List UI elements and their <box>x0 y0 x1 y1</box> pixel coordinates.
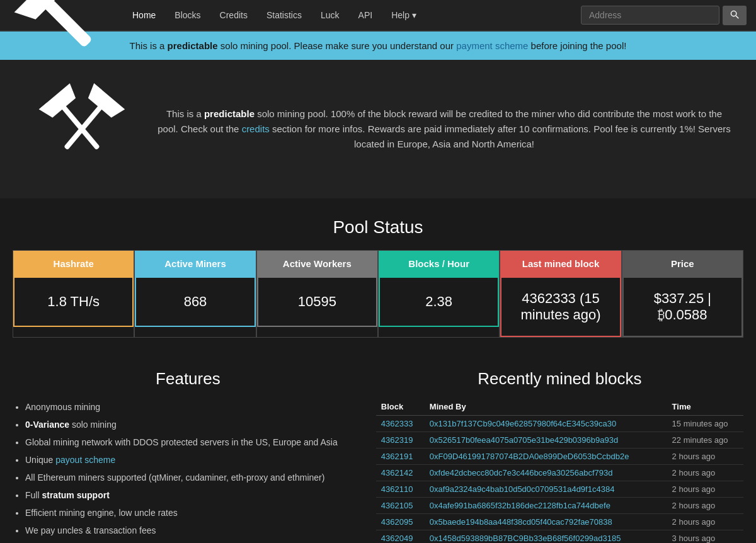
block-number: 4362105 <box>376 498 425 514</box>
hero-section: This is a predictable solo mining pool. … <box>0 60 756 198</box>
nav-credits[interactable]: Credits <box>210 1 257 30</box>
search-bar <box>581 6 747 25</box>
hashrate-label: Hashrate <box>13 251 134 277</box>
svg-point-2 <box>731 11 736 16</box>
hero-icon <box>25 79 139 180</box>
block-link[interactable]: 4362142 <box>381 468 413 477</box>
miner-link[interactable]: 0x1458d593889bB87BC9Bb33eB68f56f0299ad31… <box>430 534 621 543</box>
pool-status-section: Pool Status Hashrate 1.8 TH/s Active Min… <box>0 198 756 357</box>
table-row: 4362191 0xF09D461991787074B2DA0e899DeD60… <box>376 449 743 465</box>
block-time: 3 hours ago <box>667 530 743 544</box>
block-number: 4362095 <box>376 514 425 530</box>
block-link[interactable]: 4362105 <box>381 501 413 510</box>
block-link[interactable]: 4362095 <box>381 517 413 527</box>
block-time: 15 minutes ago <box>667 416 743 432</box>
blocks-per-hour-card: Blocks / Hour 2.38 <box>378 250 500 338</box>
table-row: 4362319 0x526517b0feea4075a0705e31be429b… <box>376 432 743 449</box>
mined-by: 0x131b7f137Cb9c049e62857980f64cE345c39ca… <box>425 416 667 432</box>
hero-bold: predictable <box>204 108 255 119</box>
miner-link[interactable]: 0xfde42dcbecc80dc7e3c446bce9a30256abcf79… <box>430 468 613 477</box>
nav-api[interactable]: API <box>349 1 382 30</box>
block-number: 4362191 <box>376 449 425 465</box>
active-workers-value: 10595 <box>257 277 377 327</box>
pickaxe-logo <box>32 79 132 180</box>
list-item: We pay uncles & transaction fees <box>25 522 364 539</box>
block-time: 2 hours ago <box>667 449 743 465</box>
col-mined-by: Mined By <box>425 398 667 416</box>
block-link[interactable]: 4362191 <box>381 452 413 461</box>
search-button[interactable] <box>723 6 747 25</box>
miner-link[interactable]: 0x526517b0feea4075a0705e31be429b0396b9a9… <box>430 435 618 445</box>
banner-bold: predictable <box>168 40 218 51</box>
block-link[interactable]: 4362319 <box>381 435 413 445</box>
credits-link[interactable]: credits <box>242 123 270 134</box>
table-row: 4362110 0xaf9a2324a9c4bab10d5d0c0709531a… <box>376 481 743 498</box>
mined-by: 0x526517b0feea4075a0705e31be429b0396b9a9… <box>425 432 667 449</box>
price-value: $337.25 | ₿0.0588 <box>622 277 743 337</box>
hashrate-card: Hashrate 1.8 TH/s <box>13 250 134 338</box>
recent-blocks-title: Recently mined blocks <box>376 369 743 389</box>
mined-by: 0xaf9a2324a9c4bab10d5d0c0709531a4d9f1c43… <box>425 481 667 498</box>
table-row: 4362095 0x5baede194b8aa448f38cd05f40cac7… <box>376 514 743 530</box>
last-mined-block-label: Last mined block <box>500 251 621 277</box>
active-workers-label: Active Workers <box>257 251 377 277</box>
miner-link[interactable]: 0xF09D461991787074B2DA0e899DeD6053bCcbdb… <box>430 452 629 461</box>
active-workers-card: Active Workers 10595 <box>256 250 378 338</box>
table-row: 4362105 0x4afe991ba6865f32b186dec2128fb1… <box>376 498 743 514</box>
nav-statistics[interactable]: Statistics <box>257 1 311 30</box>
hashrate-value: 1.8 TH/s <box>13 277 134 327</box>
list-item: Efficient mining engine, low uncle rates <box>25 504 364 522</box>
list-item: Anonymous mining <box>25 398 364 416</box>
status-cards: Hashrate 1.8 TH/s Active Miners 868 Acti… <box>13 250 743 338</box>
nav-links: Home Blocks Credits Statistics Luck API … <box>123 1 426 30</box>
block-link[interactable]: 4362049 <box>381 534 413 543</box>
miner-link[interactable]: 0xaf9a2324a9c4bab10d5d0c0709531a4d9f1c43… <box>430 484 615 494</box>
list-item: 0-Variance solo mining <box>25 416 364 433</box>
search-input[interactable] <box>581 6 719 25</box>
block-link[interactable]: 4362333 <box>381 419 413 428</box>
nav-home[interactable]: Home <box>123 1 165 30</box>
mined-by: 0xF09D461991787074B2DA0e899DeD6053bCcbdb… <box>425 449 667 465</box>
mined-by: 0xfde42dcbecc80dc7e3c446bce9a30256abcf79… <box>425 465 667 481</box>
block-number: 4362049 <box>376 530 425 544</box>
brand-icon <box>9 0 110 66</box>
list-item: Detailed global and per-worker statistic… <box>25 539 364 543</box>
block-time: 2 hours ago <box>667 465 743 481</box>
feature-bold-stratum: stratum support <box>42 490 109 500</box>
miner-link[interactable]: 0x5baede194b8aa448f38cd05f40cac792fae708… <box>430 517 612 527</box>
block-link[interactable]: 4362110 <box>381 484 413 494</box>
blocks-per-hour-value: 2.38 <box>379 277 499 327</box>
payment-scheme-link[interactable]: payment scheme <box>456 40 528 51</box>
info-banner: This is a predictable solo mining pool. … <box>0 31 756 60</box>
list-item: Full stratum support <box>25 486 364 504</box>
col-time: Time <box>667 398 743 416</box>
miner-link[interactable]: 0x131b7f137Cb9c049e62857980f64cE345c39ca… <box>430 419 616 428</box>
table-body: 4362333 0x131b7f137Cb9c049e62857980f64cE… <box>376 416 743 544</box>
svg-line-3 <box>736 16 738 18</box>
block-number: 4362333 <box>376 416 425 432</box>
nav-help[interactable]: Help ▾ <box>382 1 426 30</box>
block-number: 4362142 <box>376 465 425 481</box>
block-number: 4362110 <box>376 481 425 498</box>
mined-by: 0x5baede194b8aa448f38cd05f40cac792fae708… <box>425 514 667 530</box>
payout-scheme-link[interactable]: payout scheme <box>55 455 115 465</box>
last-mined-block-value: 4362333 (15 minutes ago) <box>500 277 621 337</box>
table-row: 4362333 0x131b7f137Cb9c049e62857980f64cE… <box>376 416 743 432</box>
mined-by: 0x1458d593889bB87BC9Bb33eB68f56f0299ad31… <box>425 530 667 544</box>
last-mined-block-card: Last mined block 4362333 (15 minutes ago… <box>500 250 621 338</box>
col-block: Block <box>376 398 425 416</box>
active-miners-value: 868 <box>135 277 255 327</box>
block-time: 22 minutes ago <box>667 432 743 449</box>
list-item: Global mining network with DDOS protecte… <box>25 433 364 451</box>
blocks-per-hour-label: Blocks / Hour <box>379 251 499 277</box>
miner-link[interactable]: 0x4afe991ba6865f32b186dec2128fb1ca744dbe… <box>430 501 610 510</box>
nav-blocks[interactable]: Blocks <box>165 1 210 30</box>
price-label: Price <box>622 251 743 277</box>
navbar: Home Blocks Credits Statistics Luck API … <box>0 0 756 31</box>
active-miners-label: Active Miners <box>135 251 255 277</box>
banner-text: This is a predictable solo mining pool. … <box>130 40 627 51</box>
nav-luck[interactable]: Luck <box>311 1 349 30</box>
brand-logo <box>9 0 110 66</box>
search-icon <box>730 10 739 19</box>
block-time: 2 hours ago <box>667 481 743 498</box>
